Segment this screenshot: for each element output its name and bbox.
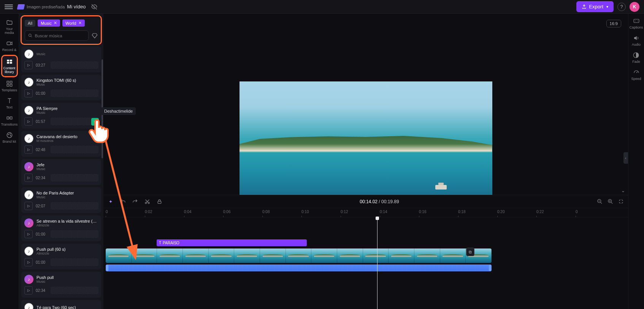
- music-item[interactable]: ♪ Jefe Music ▷ 02:34: [21, 159, 101, 185]
- music-item[interactable]: ♪ Té para Two (60 sec) ▷: [21, 300, 101, 309]
- music-note-icon: ♪: [24, 190, 33, 199]
- camera-icon: [6, 40, 13, 47]
- nav-templates[interactable]: Templates: [1, 78, 18, 94]
- diamond-icon[interactable]: [92, 33, 98, 39]
- audio-handle-right[interactable]: [489, 265, 491, 271]
- library-icon: [6, 58, 13, 65]
- svg-rect-9: [7, 117, 9, 119]
- music-subtitle: Music: [36, 280, 98, 284]
- chip-world[interactable]: World✕: [62, 19, 85, 27]
- add-tooltip: Deshactimelide: [101, 107, 136, 115]
- music-note-icon: ♪: [24, 303, 33, 309]
- palette-icon: [6, 132, 13, 139]
- playhead[interactable]: [377, 217, 378, 309]
- zoom-in-button[interactable]: [607, 198, 614, 205]
- music-title: Push pull: [36, 275, 98, 280]
- top-bar: Imagen prediseñada Mi vídeo Export ▾ ? K: [0, 0, 644, 14]
- music-note-icon: ♪: [24, 78, 33, 87]
- video-thumbnail: [414, 248, 440, 263]
- nav-content-library[interactable]: Content library: [1, 55, 18, 77]
- video-clip[interactable]: [106, 248, 492, 263]
- music-subtitle: Music: [36, 111, 98, 115]
- music-duration: 01:00: [36, 232, 48, 236]
- music-item[interactable]: ♪ Kingston TOMI (60 s) Muss ▷ 01:00: [21, 75, 101, 100]
- music-item[interactable]: ♪ Se atreven a la vida silvestre (60 s) …: [21, 215, 101, 241]
- waveform-icon: [51, 174, 98, 182]
- lock-button[interactable]: [156, 198, 163, 205]
- play-preview-button[interactable]: ▷: [24, 286, 33, 295]
- right-nav: Captions Audio Fade Speed: [628, 14, 644, 309]
- rnav-speed[interactable]: Speed: [631, 69, 641, 81]
- play-preview-button[interactable]: ▷: [24, 145, 33, 154]
- music-note-icon: ♪: [24, 49, 33, 59]
- captions-icon: [633, 18, 640, 24]
- zoom-out-button[interactable]: [596, 198, 603, 205]
- app-logo-icon: [17, 4, 25, 10]
- project-title[interactable]: Mi vídeo: [67, 4, 86, 10]
- play-preview-button[interactable]: ▷: [24, 202, 33, 210]
- music-item[interactable]: ♪ Push pull Music ▷ 02:34: [21, 272, 101, 298]
- music-subtitle: Muss: [36, 83, 98, 86]
- menu-button[interactable]: [5, 3, 13, 11]
- search-input[interactable]: [35, 33, 85, 38]
- video-thumbnail: [363, 248, 389, 263]
- nav-text[interactable]: Text: [1, 95, 18, 111]
- waveform-icon: [51, 230, 98, 238]
- help-button[interactable]: ?: [617, 3, 626, 11]
- timeline-ruler[interactable]: 00:020:040:060:080:100:120:140:160:180:2…: [103, 208, 628, 217]
- transition-marker[interactable]: ⧉: [466, 248, 474, 256]
- chip-all[interactable]: All: [25, 20, 35, 27]
- svg-point-15: [29, 34, 31, 37]
- search-input-wrapper[interactable]: [25, 30, 89, 41]
- music-duration: 02:48: [36, 148, 48, 152]
- play-preview-button[interactable]: ▷: [24, 230, 33, 238]
- folder-icon: [6, 19, 13, 26]
- clipart-label: Imagen prediseñada: [27, 5, 65, 9]
- svg-rect-2: [10, 60, 12, 62]
- svg-point-13: [10, 134, 10, 134]
- music-title: PA Sierrpre: [36, 106, 98, 111]
- music-list[interactable]: ♪ Music ▷ 03:27 ♪ Kingston TOMI (60 s) M…: [19, 46, 103, 309]
- nav-record[interactable]: Record &: [1, 38, 18, 54]
- chip-music[interactable]: Music✕: [38, 19, 60, 27]
- nav-brand-kit[interactable]: Brand kit: [1, 129, 18, 146]
- music-item[interactable]: ♪ Push pull (60 s) Almizcle ▷ 01:00: [21, 244, 101, 269]
- nav-transitions[interactable]: Transitions: [1, 112, 18, 129]
- rnav-audio[interactable]: Audio: [632, 35, 641, 46]
- video-thumbnail: [311, 248, 337, 263]
- music-item[interactable]: ♪ No de Paris Adapter Music ▷ 02:07: [21, 187, 101, 213]
- music-duration: 02:07: [36, 204, 48, 208]
- audio-clip[interactable]: [106, 264, 492, 271]
- close-icon[interactable]: ✕: [78, 21, 82, 25]
- visibility-off-icon[interactable]: [91, 3, 98, 10]
- ruler-tick: 0:16: [419, 210, 426, 214]
- nav-your-media[interactable]: Your media: [1, 17, 18, 37]
- search-area-highlight: All Music✕ World✕: [21, 15, 102, 45]
- svg-rect-10: [10, 117, 12, 119]
- annotation-cursor-icon: [87, 117, 109, 145]
- video-thumbnail: [440, 248, 466, 263]
- fade-icon: [633, 52, 639, 59]
- collapse-right-button[interactable]: ‹: [623, 152, 628, 164]
- music-note-icon: ♪: [24, 247, 33, 256]
- text-icon: [6, 97, 13, 104]
- music-subtitle: Music: [36, 195, 98, 199]
- play-preview-button[interactable]: ▷: [24, 89, 33, 97]
- rnav-captions[interactable]: Captions: [630, 18, 643, 29]
- export-button[interactable]: Export ▾: [576, 1, 614, 12]
- play-preview-button[interactable]: ▷: [24, 174, 33, 182]
- play-preview-button[interactable]: ▷: [24, 117, 33, 126]
- fit-button[interactable]: [617, 198, 624, 205]
- aspect-ratio-badge[interactable]: 16:9: [606, 20, 621, 27]
- play-preview-button[interactable]: ▷: [24, 61, 33, 69]
- close-icon[interactable]: ✕: [54, 21, 57, 25]
- expand-down-button[interactable]: ⌄: [621, 188, 625, 193]
- text-clip[interactable]: T PARAISO: [157, 239, 307, 246]
- play-preview-button[interactable]: ▷: [24, 258, 33, 266]
- waveform-icon: [51, 202, 98, 210]
- music-item[interactable]: ♪ Music ▷ 03:27: [21, 46, 101, 72]
- video-thumbnail: [209, 248, 235, 263]
- rnav-fade[interactable]: Fade: [632, 52, 640, 64]
- user-avatar[interactable]: K: [630, 2, 639, 12]
- timeline-tracks[interactable]: T PARAISO ⧉: [103, 217, 628, 309]
